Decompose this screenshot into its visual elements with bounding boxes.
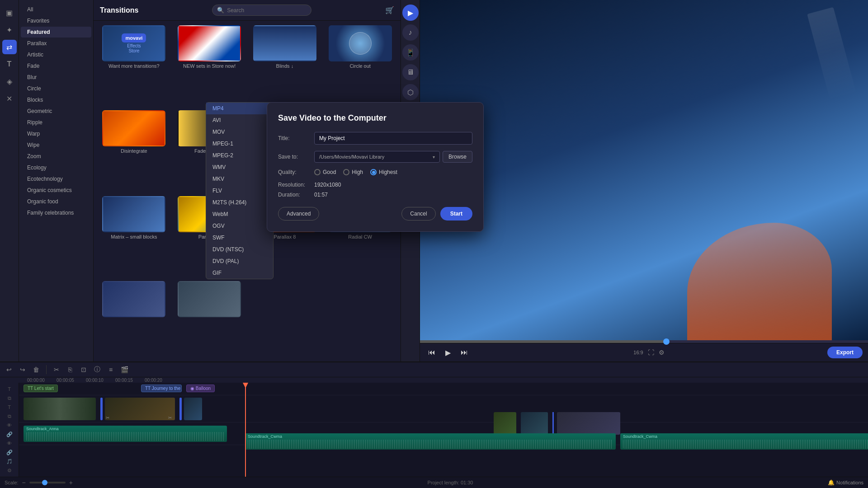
track-icon-9[interactable]: 🎵	[3, 457, 16, 466]
format-mpeg2[interactable]: MPEG-2	[206, 150, 273, 161]
nav-family[interactable]: Family celebrations	[21, 207, 91, 218]
clip-lets-start[interactable]: TT Let's start	[24, 385, 58, 392]
delete-btn[interactable]: 🗑	[31, 364, 42, 375]
preview-progress-bar[interactable]	[420, 340, 868, 343]
format-gif[interactable]: GIF	[206, 267, 273, 279]
format-flv[interactable]: FLV	[206, 185, 273, 197]
transition-new-sets[interactable]: NEW sets in Store now!	[174, 25, 245, 107]
quality-high-radio[interactable]	[343, 169, 349, 175]
nav-featured[interactable]: Featured	[21, 27, 91, 38]
scale-slider[interactable]	[29, 482, 66, 483]
copy-btn[interactable]: ⎘	[65, 364, 75, 375]
sidebar-tools-btn[interactable]: ✕	[2, 91, 17, 106]
format-wmv[interactable]: WMV	[206, 161, 273, 173]
sidebar-overlays-btn[interactable]: ◈	[2, 74, 17, 89]
monitor-btn[interactable]: 🖥	[402, 64, 419, 80]
nav-warp[interactable]: Warp	[21, 128, 91, 139]
playhead[interactable]	[245, 383, 246, 477]
quality-highest-radio[interactable]	[370, 169, 377, 175]
ext-clip-2[interactable]	[521, 412, 548, 435]
play-btn[interactable]: ▶	[442, 346, 454, 359]
video-clip-3[interactable]	[184, 398, 202, 420]
start-button[interactable]: Start	[440, 207, 472, 221]
track-icon-7[interactable]: 👁	[3, 439, 16, 448]
transition-blinds[interactable]: Blinds ↓	[249, 25, 321, 107]
cancel-button[interactable]: Cancel	[401, 207, 435, 221]
phone-btn[interactable]: 📱	[402, 44, 419, 61]
nav-ecotechnology[interactable]: Ecotechnology	[21, 174, 91, 184]
track-icon-10[interactable]: ⚙	[3, 466, 16, 475]
quality-good-radio[interactable]	[314, 169, 321, 175]
nav-ripple[interactable]: Ripple	[21, 117, 91, 128]
info-btn[interactable]: ⓘ	[92, 364, 103, 375]
nav-organic-food[interactable]: Organic food	[21, 196, 91, 207]
audio-clip-main[interactable]: Soundtrack_Anna	[24, 426, 227, 442]
advanced-button[interactable]: Advanced	[278, 207, 319, 221]
notifications-label[interactable]: Notifications	[836, 480, 863, 485]
cut-btn[interactable]: ✂	[51, 364, 62, 375]
nav-blocks[interactable]: Blocks	[21, 94, 91, 105]
share-btn[interactable]: ⬡	[402, 84, 419, 100]
format-mpeg1[interactable]: MPEG-1	[206, 138, 273, 150]
list-btn[interactable]: ≡	[105, 364, 116, 375]
track-icon-2[interactable]: ⧉	[3, 394, 16, 403]
clip-journey[interactable]: TT Journey to the ends o	[141, 385, 182, 392]
format-dvd-ntsc[interactable]: DVD (NTSC)	[206, 244, 273, 255]
track-icon-6[interactable]: 🔗	[3, 430, 16, 439]
quality-good[interactable]: Good	[314, 169, 336, 175]
clip-balloon[interactable]: ◉ Balloon	[186, 385, 215, 392]
transition-circle-out[interactable]: Circle out	[324, 25, 396, 107]
video-clip-1[interactable]	[24, 398, 96, 420]
nav-all[interactable]: All	[21, 4, 91, 15]
nav-blur[interactable]: Blur	[21, 72, 91, 83]
ext-clip-1[interactable]	[494, 412, 516, 435]
quality-highest[interactable]: Highest	[370, 169, 397, 175]
video-clip-2[interactable]	[105, 398, 175, 420]
nav-parallax[interactable]: Parallax	[21, 38, 91, 49]
nav-organic-cosmetics[interactable]: Organic cosmetics	[21, 185, 91, 196]
next-btn[interactable]: ⏭	[458, 346, 471, 359]
format-m2ts[interactable]: M2TS (H.264)	[206, 197, 273, 208]
sidebar-media-btn[interactable]: ▣	[2, 5, 17, 20]
track-icon-5[interactable]: 👁	[3, 421, 16, 430]
music-btn[interactable]: ♪	[402, 24, 419, 41]
format-mov[interactable]: MOV	[206, 126, 273, 138]
nav-zoom[interactable]: Zoom	[21, 151, 91, 162]
search-box[interactable]: 🔍	[212, 5, 311, 16]
transition-col1[interactable]	[98, 281, 170, 357]
scale-minus[interactable]: −	[22, 479, 26, 486]
nav-artistic[interactable]: Artistic	[21, 49, 91, 60]
format-dvd-pal[interactable]: DVD (PAL)	[206, 255, 273, 267]
export-button[interactable]: Export	[827, 347, 863, 358]
quality-high[interactable]: High	[343, 169, 363, 175]
track-icon-8[interactable]: 🔗	[3, 448, 16, 457]
prev-btn[interactable]: ⏮	[425, 346, 438, 359]
track-icon-4[interactable]: ⧉	[3, 412, 16, 421]
transition-matrix[interactable]: Matrix – small blocks	[98, 196, 170, 277]
title-input[interactable]	[314, 132, 472, 145]
undo-btn[interactable]: ↩	[4, 364, 14, 375]
fullscreen-icon[interactable]: ⛶	[648, 349, 654, 356]
clip-btn[interactable]: 🎬	[119, 364, 130, 375]
settings-icon[interactable]: ⚙	[659, 349, 665, 356]
nav-wipe[interactable]: Wipe	[21, 140, 91, 150]
audio-clip-ext-1[interactable]: Soundtrack_Cwma	[245, 433, 616, 450]
format-mp4[interactable]: MP4	[206, 103, 273, 114]
sidebar-transitions-btn[interactable]: ⇄	[2, 40, 17, 54]
nav-circle[interactable]: Circle	[21, 83, 91, 94]
browse-button[interactable]: Browse	[443, 151, 472, 163]
sidebar-effects-btn[interactable]: ✦	[2, 23, 17, 37]
format-ogv[interactable]: OGV	[206, 220, 273, 232]
format-avi[interactable]: AVI	[206, 114, 273, 126]
notifications-area[interactable]: 🔔 Notifications	[828, 479, 863, 486]
redo-btn[interactable]: ↪	[17, 364, 28, 375]
format-mkv[interactable]: MKV	[206, 173, 273, 185]
audio-clip-ext-2[interactable]: Soundtrack_Cwma	[620, 433, 868, 450]
scale-plus[interactable]: +	[69, 479, 73, 486]
ext-clip-3[interactable]	[557, 412, 620, 435]
search-input[interactable]	[227, 7, 290, 14]
sidebar-titles-btn[interactable]: T	[2, 57, 17, 71]
nav-geometric[interactable]: Geometric	[21, 106, 91, 117]
nav-fade[interactable]: Fade	[21, 61, 91, 71]
crop-btn[interactable]: ⊡	[78, 364, 89, 375]
